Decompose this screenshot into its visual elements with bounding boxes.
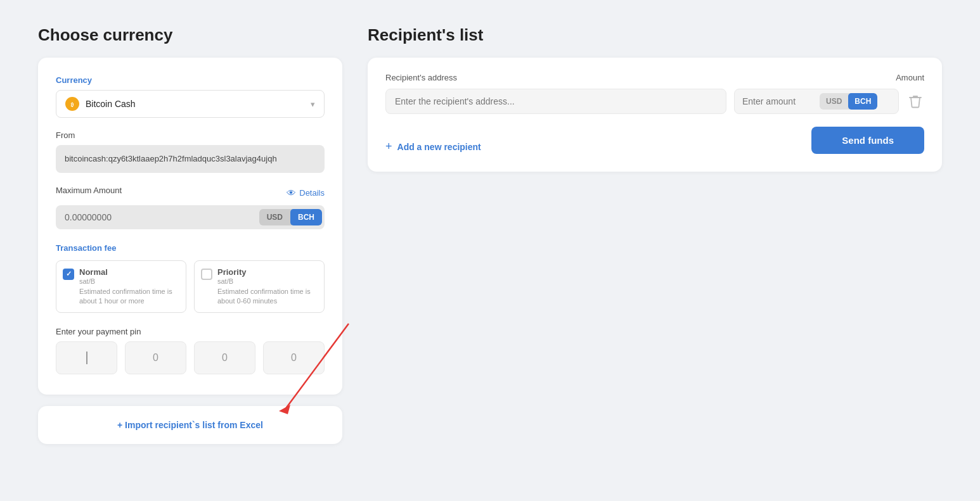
fee-priority-sub: sat/B <box>217 277 316 285</box>
chevron-down-icon: ▾ <box>311 99 315 109</box>
add-recipient-label: Add a new recipient <box>397 142 481 152</box>
max-amount-input-wrapper: 0.00000000 USD BCH <box>56 205 325 229</box>
fee-normal-desc: Estimated confirmation time is about 1 h… <box>79 287 178 307</box>
tx-fee-section: Transaction fee Normal sat/B Estimated c… <box>56 243 325 314</box>
bch-toggle-btn[interactable]: BCH <box>290 209 322 225</box>
pin-box-3[interactable]: 0 <box>194 341 255 374</box>
import-card: + Import recipient`s list from Excel <box>38 406 342 444</box>
tx-fee-label: Transaction fee <box>56 243 325 253</box>
amount-input-right: USD BCH <box>734 89 899 114</box>
svg-marker-3 <box>279 405 290 414</box>
fee-priority-desc: Estimated confirmation time is about 0-6… <box>217 287 316 307</box>
recipient-card: Recipient's address Amount USD BCH <box>368 58 942 172</box>
pin-boxes: 0 0 0 <box>56 341 325 374</box>
recipient-address-input[interactable] <box>385 89 726 114</box>
selected-currency: Bitcoin Cash <box>86 99 311 109</box>
address-column-label: Recipient's address <box>385 73 870 82</box>
amount-usd-btn[interactable]: USD <box>820 93 848 110</box>
fee-option-priority[interactable]: Priority sat/B Estimated confirmation ti… <box>194 260 325 314</box>
currency-label: Currency <box>56 75 325 85</box>
fee-normal-title: Normal <box>79 267 178 277</box>
trash-icon <box>909 94 922 108</box>
recipient-bottom: + Add a new recipient Send funds <box>385 127 924 154</box>
import-excel-link[interactable]: + Import recipient`s list from Excel <box>117 420 263 430</box>
fee-priority-title: Priority <box>217 267 316 277</box>
fee-option-normal[interactable]: Normal sat/B Estimated confirmation time… <box>56 260 186 314</box>
pin-box-1[interactable] <box>56 341 117 374</box>
fee-priority-checkbox[interactable] <box>201 269 212 280</box>
pin-cursor <box>86 352 87 364</box>
right-section-title: Recipient's list <box>368 25 942 45</box>
from-address: bitcoincash:qzy6t3ktlaaep2h7h2fmladquc3s… <box>56 145 325 173</box>
eye-icon: 👁 <box>287 187 296 198</box>
fee-normal-info: Normal sat/B Estimated confirmation time… <box>79 267 178 307</box>
fee-options: Normal sat/B Estimated confirmation time… <box>56 260 325 314</box>
details-text: Details <box>299 188 325 198</box>
fee-normal-sub: sat/B <box>79 277 178 285</box>
send-funds-button[interactable]: Send funds <box>811 127 924 154</box>
currency-card: Currency ₿ Bitcoin Cash ▾ From bitcoinca… <box>38 58 342 395</box>
from-section: From bitcoincash:qzy6t3ktlaaep2h7h2fmlad… <box>56 130 325 173</box>
plus-icon: + <box>385 140 392 153</box>
amount-currency-toggle: USD BCH <box>820 93 877 110</box>
pin-label: Enter your payment pin <box>56 327 325 336</box>
max-amount-label: Maximum Amount <box>56 186 122 195</box>
amount-column-label: Amount <box>896 73 924 82</box>
delete-recipient-button[interactable] <box>906 92 924 111</box>
pin-section: Enter your payment pin 0 0 0 <box>56 327 325 374</box>
currency-select[interactable]: ₿ Bitcoin Cash ▾ <box>56 90 325 118</box>
fee-normal-checkbox[interactable] <box>63 269 74 280</box>
amount-input[interactable] <box>735 89 817 113</box>
add-recipient-button[interactable]: + Add a new recipient <box>385 140 481 153</box>
amount-bch-btn[interactable]: BCH <box>848 93 877 110</box>
bitcoin-cash-icon: ₿ <box>65 97 79 111</box>
max-amount-value: 0.00000000 <box>56 205 257 229</box>
recipient-row: USD BCH <box>385 89 924 114</box>
max-amount-currency-toggle: USD BCH <box>259 209 322 225</box>
recipient-header: Recipient's address Amount <box>385 73 924 82</box>
from-label: From <box>56 130 325 140</box>
pin-box-4[interactable]: 0 <box>263 341 325 374</box>
usd-toggle-btn[interactable]: USD <box>259 209 290 225</box>
left-section-title: Choose currency <box>38 25 342 45</box>
details-link[interactable]: 👁 Details <box>287 187 325 198</box>
fee-priority-info: Priority sat/B Estimated confirmation ti… <box>217 267 316 307</box>
pin-box-2[interactable]: 0 <box>125 341 186 374</box>
max-amount-section: Maximum Amount 👁 Details 0.00000000 USD … <box>56 186 325 229</box>
